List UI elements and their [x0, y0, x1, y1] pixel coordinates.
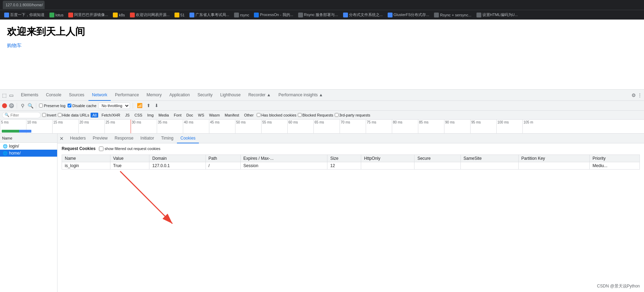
tab-memory[interactable]: Memory	[143, 90, 165, 101]
browser-tab[interactable]: 127.0.0.1:8000/home/	[3, 1, 45, 9]
rd-tab-response[interactable]: Response	[111, 134, 137, 143]
show-filtered-checkbox[interactable]	[99, 147, 103, 151]
shopping-cart-link[interactable]: 购物车	[7, 43, 22, 48]
blocked-requests-label[interactable]: Blocked Requests	[298, 113, 333, 117]
tab-security[interactable]: Security	[194, 90, 216, 101]
cookie-secure	[414, 162, 460, 170]
filter-type-font[interactable]: Font	[172, 113, 183, 118]
tab-performance-insights[interactable]: Performance insights ▲	[275, 90, 327, 101]
bookmark-rsync[interactable]: rsync	[233, 12, 250, 18]
cookie-expires: Session	[240, 162, 327, 170]
has-blocked-cookies-checkbox[interactable]	[257, 113, 261, 117]
third-party-label[interactable]: 3rd-party requests	[335, 113, 370, 117]
bookmark-html[interactable]: 设置HTML编码为U...	[475, 12, 519, 18]
cookies-table: Name Value Domain Path Expires / Max-...…	[62, 155, 640, 170]
device-icon[interactable]: ▭	[8, 92, 14, 98]
filter-type-other[interactable]: Other	[242, 113, 256, 118]
has-blocked-cookies-label[interactable]: Has blocked cookies	[257, 113, 296, 117]
timeline-mark-18: 95 ms	[470, 120, 481, 133]
bookmark-ali[interactable]: 阿里巴巴开源镜像...	[67, 12, 109, 18]
bookmark-glusterfs-dist[interactable]: 分布式文件系统之...	[342, 12, 384, 18]
timeline-mark-5: 30 ms	[131, 120, 141, 133]
tab-console[interactable]: Console	[42, 90, 65, 101]
cookie-row[interactable]: is_login True 127.0.0.1 / Session 12	[62, 162, 640, 170]
preserve-log-checkbox[interactable]	[39, 104, 43, 107]
blocked-requests-checkbox[interactable]	[298, 113, 302, 117]
timeline-ruler: 5 ms 10 ms 15 ms 20 ms 25 ms 30 ms 35 ms…	[0, 120, 644, 133]
file-item-home[interactable]: 🌐 home/	[0, 150, 57, 157]
filter-type-fetchxhr[interactable]: Fetch/XHR	[100, 113, 122, 118]
filter-type-manifest[interactable]: Manifest	[223, 113, 241, 118]
rd-tab-cookies[interactable]: Cookies	[177, 134, 199, 143]
bookmark-51[interactable]: 51	[173, 12, 186, 18]
cookie-size: 12	[327, 162, 361, 170]
devtools-body: Name 🌐 login/ 🌐 home/ ✕ Headers Preview …	[0, 134, 644, 292]
third-party-checkbox[interactable]	[335, 113, 339, 117]
filter-type-doc[interactable]: Doc	[185, 113, 195, 118]
cookie-value: True	[110, 162, 149, 170]
filter-type-wasm[interactable]: Wasm	[207, 113, 222, 118]
col-value: Value	[110, 155, 149, 162]
filter-type-img[interactable]: Img	[146, 113, 155, 118]
clear-button[interactable]: ⟳	[9, 103, 14, 108]
tab-strip: 127.0.0.1:8000/home/	[3, 1, 641, 9]
bookmark-icon	[174, 13, 179, 17]
export-har-icon[interactable]: ⬇	[154, 103, 160, 108]
search-network-icon[interactable]: 🔍	[28, 103, 33, 108]
invert-checkbox[interactable]	[42, 113, 46, 117]
filter-type-js[interactable]: JS	[123, 113, 131, 118]
bookmark-processon[interactable]: ProcessOn - 我的...	[253, 12, 294, 18]
cookie-partition-key	[518, 162, 590, 170]
throttling-select[interactable]: No throttling	[99, 103, 130, 109]
more-options-icon[interactable]: ⋮	[637, 92, 643, 98]
filter-bar: 🔍 Invert Hide data URLs All Fetch/XHR JS…	[0, 111, 644, 120]
tab-elements[interactable]: Elements	[17, 90, 42, 101]
settings-icon[interactable]: ⚙	[631, 92, 636, 98]
rd-tab-initiator[interactable]: Initiator	[137, 134, 157, 143]
annotation-arrow	[110, 164, 193, 234]
col-samesite: SameSite	[460, 155, 518, 162]
tab-network[interactable]: Network	[88, 90, 111, 101]
bookmark-lotus[interactable]: lotus	[48, 12, 65, 18]
show-filtered-label[interactable]: show filtered out request cookies	[99, 147, 160, 151]
tab-performance[interactable]: Performance	[111, 90, 142, 101]
hide-data-urls-checkbox[interactable]	[58, 113, 62, 117]
invert-label[interactable]: Invert	[42, 113, 56, 117]
rd-tab-preview[interactable]: Preview	[89, 134, 111, 143]
bookmark-k8s[interactable]: k8s	[111, 12, 126, 18]
toolbar-separator-1	[17, 103, 17, 108]
tab-lighthouse[interactable]: Lighthouse	[217, 90, 244, 101]
rd-tab-headers[interactable]: Headers	[67, 134, 89, 143]
filter-icon[interactable]: ⚲	[20, 103, 25, 108]
bookmark-glusterfs[interactable]: GlusterFS分布式存...	[386, 12, 431, 18]
close-detail-button[interactable]: ✕	[60, 136, 64, 141]
bookmark-baidu[interactable]: 百度一下，你就知道	[3, 12, 46, 18]
tab-sources[interactable]: Sources	[65, 90, 88, 101]
col-expires: Expires / Max-...	[240, 155, 327, 162]
filter-input[interactable]	[10, 113, 38, 117]
cookie-domain: 127.0.0.1	[149, 162, 205, 170]
hide-data-urls-label[interactable]: Hide data URLs	[58, 113, 90, 117]
filter-type-all[interactable]: All	[91, 113, 98, 118]
rd-tab-timing[interactable]: Timing	[157, 134, 177, 143]
bookmark-gd[interactable]: 广东省人事考试局...	[188, 12, 231, 18]
filter-type-ws[interactable]: WS	[196, 113, 206, 118]
file-item-login[interactable]: 🌐 login/	[0, 143, 57, 150]
request-cookies-header: Request Cookies show filtered out reques…	[62, 146, 640, 151]
import-har-icon[interactable]: ⬆	[146, 103, 152, 108]
tab-application[interactable]: Application	[166, 90, 193, 101]
bookmark-rsync-sersync[interactable]: Rsync + sersync...	[433, 12, 473, 18]
filter-type-media[interactable]: Media	[157, 113, 171, 118]
disable-cache-label[interactable]: Disable cache	[68, 104, 96, 108]
filter-type-css[interactable]: CSS	[133, 113, 144, 118]
timeline-bar-green	[2, 130, 21, 133]
wifi-icon[interactable]: 📶	[136, 103, 143, 108]
timeline-bar: 5 ms 10 ms 15 ms 20 ms 25 ms 30 ms 35 ms…	[0, 120, 644, 134]
inspect-icon[interactable]: ⬚	[1, 92, 7, 98]
disable-cache-checkbox[interactable]	[68, 104, 71, 107]
tab-recorder[interactable]: Recorder ▲	[245, 90, 274, 101]
record-button[interactable]	[2, 103, 7, 108]
bookmark-rsync2[interactable]: Rsync 服务部署与...	[297, 12, 340, 18]
preserve-log-label[interactable]: Preserve log	[39, 104, 65, 108]
bookmark-wangyi[interactable]: 欢迎访问网易开源...	[129, 12, 171, 18]
